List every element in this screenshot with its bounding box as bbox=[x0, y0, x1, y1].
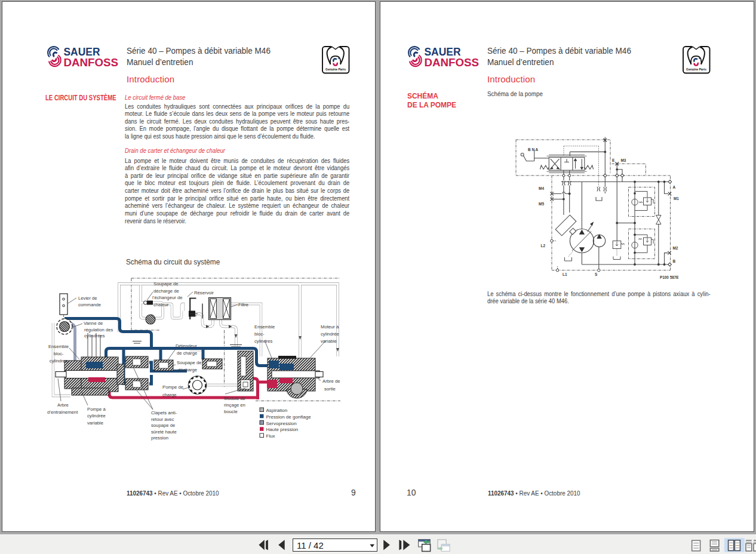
svg-text:Pression de gonflage: Pression de gonflage bbox=[266, 414, 312, 420]
svg-text:P100 587E: P100 587E bbox=[660, 275, 679, 279]
svg-text:rinçage en: rinçage en bbox=[224, 402, 245, 408]
svg-text:cylindrée: cylindrée bbox=[87, 413, 106, 418]
svg-text:Vanne de: Vanne de bbox=[84, 321, 103, 326]
svg-text:Pompe à: Pompe à bbox=[87, 407, 106, 412]
svg-text:Détendeur: Détendeur bbox=[176, 343, 197, 349]
svg-text:commande: commande bbox=[78, 302, 101, 307]
svg-text:S: S bbox=[595, 272, 598, 276]
svg-text:d’entraînement: d’entraînement bbox=[47, 410, 78, 415]
svg-text:Arbre de: Arbre de bbox=[322, 378, 340, 384]
svg-text:Module de: Module de bbox=[224, 396, 245, 401]
svg-text:M5: M5 bbox=[539, 202, 544, 206]
svg-text:A: A bbox=[673, 185, 676, 189]
svg-text:M2: M2 bbox=[673, 246, 678, 250]
svg-text:B N A: B N A bbox=[528, 147, 539, 152]
svg-text:Ensemble: Ensemble bbox=[48, 344, 69, 349]
svg-text:cylindrées: cylindrées bbox=[84, 333, 105, 338]
svg-text:cylindres: cylindres bbox=[254, 338, 272, 344]
svg-text:décharge de: décharge de bbox=[153, 288, 179, 294]
svg-text:décharge: décharge bbox=[178, 367, 197, 373]
svg-text:Soupape de: Soupape de bbox=[153, 281, 178, 287]
svg-text:Moteur à: Moteur à bbox=[321, 324, 339, 330]
svg-text:sortie: sortie bbox=[324, 386, 336, 392]
svg-text:soupape de: soupape de bbox=[151, 423, 175, 428]
svg-text:B: B bbox=[673, 259, 676, 263]
svg-text:Arbre: Arbre bbox=[57, 402, 69, 408]
svg-text:variable: variable bbox=[321, 338, 337, 344]
svg-text:Levier de: Levier de bbox=[78, 296, 97, 301]
svg-text:Soupape de: Soupape de bbox=[177, 360, 201, 365]
svg-text:variable: variable bbox=[87, 420, 103, 426]
svg-text:cylindres: cylindres bbox=[50, 358, 67, 364]
svg-text:l’échangeur de: l’échangeur de bbox=[152, 295, 182, 300]
svg-text:cylindrée: cylindrée bbox=[321, 331, 339, 337]
svg-text:E: E bbox=[612, 158, 615, 162]
svg-text:retour avec: retour avec bbox=[151, 417, 174, 422]
svg-text:Aspiration: Aspiration bbox=[266, 408, 288, 413]
svg-text:chaleur: chaleur bbox=[153, 302, 169, 307]
svg-text:pression: pression bbox=[151, 435, 168, 441]
svg-text:Réservoir: Réservoir bbox=[194, 290, 214, 296]
svg-text:Ensemble: Ensemble bbox=[254, 324, 275, 330]
svg-text:régulation des: régulation des bbox=[84, 327, 113, 333]
svg-text:Flux: Flux bbox=[266, 433, 275, 439]
svg-text:Clapets anti-: Clapets anti- bbox=[151, 410, 177, 415]
svg-text:bloc-: bloc- bbox=[254, 331, 265, 337]
svg-text:sûreté haute: sûreté haute bbox=[151, 429, 177, 435]
svg-text:Haute pression: Haute pression bbox=[266, 427, 299, 432]
svg-text:L2: L2 bbox=[541, 244, 546, 248]
svg-text:L1: L1 bbox=[563, 272, 567, 276]
svg-text:M1: M1 bbox=[674, 196, 679, 201]
svg-text:charge: charge bbox=[162, 392, 177, 398]
svg-text:bloc-: bloc- bbox=[54, 351, 64, 356]
svg-text:Pompe de: Pompe de bbox=[162, 384, 183, 390]
svg-text:Filtre: Filtre bbox=[238, 302, 248, 307]
svg-text:M3: M3 bbox=[621, 158, 626, 162]
svg-text:M4: M4 bbox=[539, 186, 544, 190]
svg-text:Servopression: Servopression bbox=[266, 421, 297, 426]
svg-text:boucle: boucle bbox=[224, 409, 238, 414]
svg-text:de charge: de charge bbox=[177, 350, 197, 356]
